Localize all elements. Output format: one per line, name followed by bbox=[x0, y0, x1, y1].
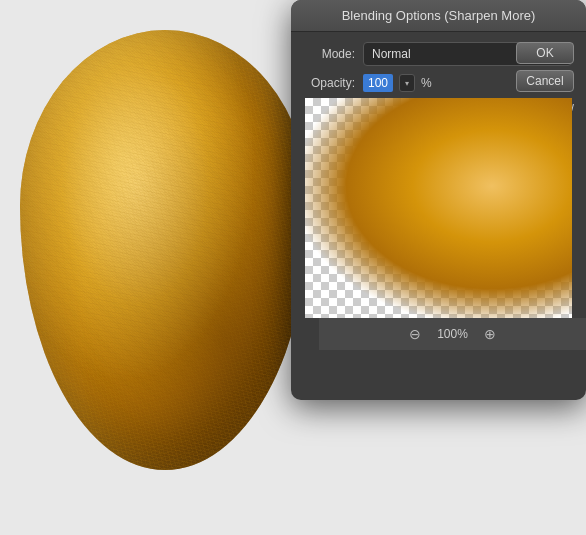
fur-texture bbox=[20, 30, 310, 470]
fur-blob bbox=[20, 30, 310, 470]
zoom-out-icon[interactable]: ⊖ bbox=[409, 326, 421, 342]
ok-button[interactable]: OK bbox=[516, 42, 574, 64]
cancel-button[interactable]: Cancel bbox=[516, 70, 574, 92]
blending-options-dialog: Blending Options (Sharpen More) Mode: No… bbox=[291, 0, 586, 400]
opacity-label: Opacity: bbox=[305, 76, 355, 90]
dialog-titlebar: Blending Options (Sharpen More) bbox=[291, 0, 586, 32]
opacity-dropdown[interactable]: ▾ bbox=[399, 74, 415, 92]
mode-label: Mode: bbox=[305, 47, 355, 61]
preview-toolbar: ⊖ 100% ⊕ bbox=[319, 318, 586, 350]
zoom-value: 100% bbox=[437, 327, 468, 341]
percent-sign: % bbox=[421, 76, 432, 90]
zoom-in-icon[interactable]: ⊕ bbox=[484, 326, 496, 342]
dialog-content: Mode: Normal ▾ Opacity: 100 ▾ % bbox=[291, 32, 586, 400]
preview-canvas bbox=[305, 98, 572, 318]
preview-canvas-container: ⊖ 100% ⊕ bbox=[305, 98, 572, 350]
mode-value: Normal bbox=[372, 47, 411, 61]
blob-container bbox=[20, 30, 330, 490]
preview-image-overlay bbox=[305, 98, 572, 318]
dialog-title: Blending Options (Sharpen More) bbox=[342, 8, 536, 23]
opacity-value[interactable]: 100 bbox=[363, 74, 393, 92]
opacity-controls: 100 ▾ % bbox=[363, 74, 432, 92]
chevron-down-icon: ▾ bbox=[405, 79, 409, 88]
